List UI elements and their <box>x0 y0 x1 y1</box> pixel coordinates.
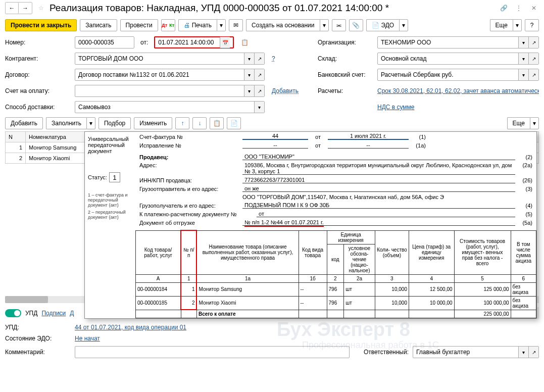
warehouse-dropdown[interactable]: ▾ <box>518 53 528 64</box>
contract-open[interactable]: ↗ <box>254 69 264 80</box>
calc-label: Расчеты: <box>318 87 373 94</box>
fill-button[interactable]: Заполнить <box>46 117 86 129</box>
change-button[interactable]: Изменить <box>134 117 172 129</box>
create-based-dropdown[interactable]: ▾ <box>320 19 329 31</box>
copy-button[interactable]: 📋 <box>210 117 224 129</box>
edo-button[interactable]: 📄ЭДО <box>366 19 400 31</box>
counterparty-label: Контрагент: <box>5 55 71 62</box>
envelope-icon: ✉ <box>233 22 238 29</box>
signatures-link[interactable]: Подписи <box>41 310 66 317</box>
responsible-input[interactable] <box>413 348 518 357</box>
counterparty-open[interactable]: ↗ <box>254 53 264 64</box>
fill-dropdown[interactable]: ▾ <box>86 117 95 129</box>
window-title: Реализация товаров: Накладная, УПД 0000-… <box>50 3 493 14</box>
nav-forward[interactable]: → <box>19 3 32 14</box>
more-button[interactable]: Еще <box>490 19 513 31</box>
counterparty-input[interactable] <box>75 54 244 63</box>
date-input[interactable] <box>155 38 220 47</box>
delivery-link[interactable]: Д <box>70 310 74 317</box>
delivery-dropdown[interactable]: ▾ <box>254 102 264 113</box>
more-dropdown[interactable]: ▾ <box>513 19 522 31</box>
bank-open[interactable]: ↗ <box>528 69 538 80</box>
dtkt-button[interactable]: ДтКт <box>161 19 175 31</box>
upd-toggle-label: УПД <box>25 310 37 317</box>
shipper-label: Грузоотправитель и его адрес: <box>139 186 240 192</box>
edo-dropdown[interactable]: ▾ <box>399 19 408 31</box>
delivery-input[interactable] <box>75 103 254 112</box>
edo-status-label: Состояние ЭДО: <box>5 335 71 342</box>
comment-label: Комментарий: <box>5 349 71 356</box>
bank-dropdown[interactable]: ▾ <box>518 69 528 80</box>
org-open[interactable]: ↗ <box>528 37 538 48</box>
doc-mode-icon[interactable]: 📋 <box>241 39 249 46</box>
link-icon[interactable]: 🔗 <box>499 3 509 13</box>
invoice-label: Счет на оплату: <box>5 87 71 94</box>
responsible-dropdown[interactable]: ▾ <box>518 347 528 358</box>
number-label: Номер: <box>5 39 71 46</box>
table-more-button[interactable]: Еще <box>507 117 530 129</box>
responsible-open[interactable]: ↗ <box>528 347 538 358</box>
help-button[interactable]: ? <box>525 19 539 31</box>
comment-input[interactable] <box>75 348 349 357</box>
calendar-button[interactable]: 📅 <box>220 37 230 48</box>
status-note-1: 1 – счет-фактура и передаточный документ… <box>88 192 132 208</box>
contract-input[interactable] <box>75 70 244 79</box>
invoice-add-link[interactable]: Добавить <box>272 87 299 94</box>
invoice-dropdown[interactable]: ▾ <box>244 85 254 96</box>
email-button[interactable]: ✉ <box>229 19 243 31</box>
upd-toggle[interactable] <box>5 309 21 317</box>
add-row-button[interactable]: Добавить <box>5 117 43 129</box>
select-button[interactable]: Подбор <box>98 117 131 129</box>
counterparty-dropdown[interactable]: ▾ <box>244 53 254 64</box>
create-based-button[interactable]: Создать на основании <box>246 19 320 31</box>
post-button[interactable]: Провести <box>120 19 158 31</box>
contract-dropdown[interactable]: ▾ <box>244 69 254 80</box>
org-label: Организация: <box>318 39 373 46</box>
seller-label: Продавец: <box>139 154 240 160</box>
warehouse-input[interactable] <box>378 54 518 63</box>
sf-number: 44 <box>242 133 308 140</box>
popup-items-table: Код товара/ работ, услуг № п/п Наименова… <box>135 230 536 318</box>
upd-link[interactable]: 44 от 01.07.2021, код вида операции 01 <box>75 324 186 331</box>
invoice-open[interactable]: ↗ <box>254 85 264 96</box>
popup-total-row: Всего к оплате 225 000,00 <box>136 310 536 318</box>
shipper-value: он же <box>242 185 515 192</box>
org-dropdown[interactable]: ▾ <box>518 37 528 48</box>
warehouse-open[interactable]: ↗ <box>528 53 538 64</box>
post-and-close-button[interactable]: Провести и закрыть <box>5 19 77 31</box>
move-down-button[interactable]: ↓ <box>192 117 207 129</box>
edo-status-link[interactable]: Не начат <box>75 335 100 342</box>
corr-label: Исправление № <box>139 142 240 149</box>
nav-back[interactable]: ← <box>6 3 19 14</box>
consignee-addr2: ПОДЗЕМНЫЙ ПОМ I К 9 ОФ 30Б <box>242 202 515 209</box>
counterparty-help-link[interactable]: ? <box>272 55 275 62</box>
popup-doc-title: Универсальный передаточный документ <box>88 136 132 154</box>
paydoc-label: К платежно-расчетному документу № <box>139 211 255 217</box>
invoice-input[interactable] <box>75 86 244 95</box>
attach-button[interactable]: 📎 <box>349 19 363 31</box>
print-dropdown[interactable]: ▾ <box>217 19 226 31</box>
favorite-icon[interactable]: ☆ <box>35 3 46 14</box>
save-button[interactable]: Записать <box>80 19 117 31</box>
col-n[interactable]: N <box>6 132 26 142</box>
sf-date: 1 июля 2021 г. <box>328 133 409 140</box>
arrow-up-icon: ↑ <box>181 120 184 127</box>
status-input[interactable] <box>109 172 120 182</box>
close-icon[interactable]: ✕ <box>529 3 539 13</box>
bank-input[interactable] <box>378 70 518 79</box>
consignee-addr1: ООО "ТОРГОВЫЙ ДОМ",115407, Москва г, Наг… <box>242 194 515 200</box>
shipdoc-value: № п/п 1-2 №44 от 01.07.2021 г. <box>242 219 515 226</box>
addr-label: Адрес: <box>139 162 240 168</box>
nds-link[interactable]: НДС в сумме <box>377 104 539 111</box>
print-preview-popup: Бух Эксперт 8 Профессиональная работа в … <box>84 131 537 319</box>
related-docs-button[interactable]: ⫘ <box>332 19 346 31</box>
table-more-dropdown[interactable]: ▾ <box>530 117 539 129</box>
calc-link[interactable]: Срок 30.08.2021, 62.01, 62.02, зачет ава… <box>377 87 539 94</box>
print-button[interactable]: 🖨Печать <box>178 19 217 31</box>
paste-button[interactable]: 📄 <box>227 117 241 129</box>
kebab-icon[interactable]: ⋮ <box>514 3 524 13</box>
org-input[interactable] <box>378 38 518 47</box>
printer-icon: 🖨 <box>184 22 190 29</box>
paydoc-value: от <box>257 211 515 217</box>
move-up-button[interactable]: ↑ <box>175 117 189 129</box>
